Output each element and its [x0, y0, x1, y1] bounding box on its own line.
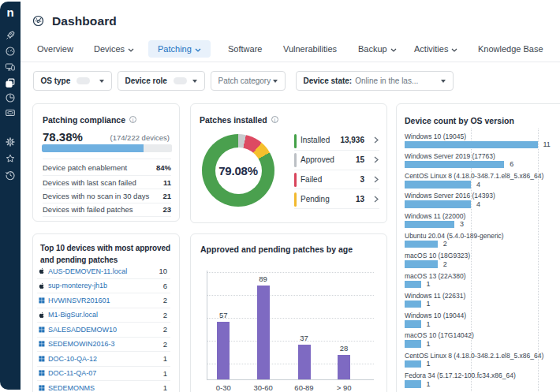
tab-overview[interactable]: Overview	[37, 40, 73, 58]
tab-vulnerabilities[interactable]: Vulnerabilities	[283, 40, 337, 58]
chevron-down-icon	[195, 40, 201, 58]
filter-patch-category[interactable]: Patch category	[211, 71, 286, 91]
os-bar[interactable]	[405, 241, 438, 248]
legend-row-pending[interactable]: Pending13	[294, 189, 379, 209]
patching-compliance-card: Patching compliancei 78.38% (174/222 dev…	[32, 103, 180, 222]
age-bar-value: 57	[207, 311, 239, 319]
os-bar-label: macOS 10 (17G14042)	[405, 331, 474, 339]
tab-patching[interactable]: Patching	[148, 40, 211, 58]
age-category-label: 30-60	[245, 383, 282, 392]
info-icon[interactable]: i	[271, 116, 278, 123]
device-name-link[interactable]: SEDEMOWIN2016-3	[48, 340, 115, 348]
legend-row-approved[interactable]: Approved15	[294, 151, 379, 170]
filter-os-type[interactable]: OS type	[33, 71, 112, 91]
device-name-link[interactable]: SEDEMONMS	[48, 384, 95, 392]
legend-row-failed[interactable]: Failed3	[294, 170, 379, 190]
legend-row-installed[interactable]: Installed13,936	[294, 131, 379, 151]
device-name-link[interactable]: SALESADDEMOW10	[48, 326, 117, 334]
tab-label: Software	[228, 44, 262, 54]
dashboard-icon[interactable]	[6, 47, 16, 57]
os-bar[interactable]	[405, 301, 421, 308]
os-bar-label: Windows Server 2016 (14393)	[405, 192, 495, 200]
os-bar[interactable]	[405, 260, 438, 268]
device-name-link[interactable]: AUS-DEMOVEN-11.local	[48, 267, 127, 275]
windows-icon	[39, 326, 45, 333]
reporting-icon[interactable]	[6, 93, 16, 103]
device-patch-count: 2	[163, 340, 167, 349]
windows-icon	[39, 384, 45, 391]
tab-label: Overview	[37, 44, 73, 54]
os-bar[interactable]	[405, 221, 454, 229]
device-patch-count: 10	[159, 267, 167, 275]
device-patch-count: 2	[163, 325, 167, 334]
chevron-down-icon	[99, 80, 104, 83]
info-icon[interactable]: i	[129, 116, 136, 123]
os-bar-row: CentOS Linux 8 (4.18.0-348.7.1.el8_5.x86…	[405, 172, 560, 192]
compliance-stat-row: Devices with last scan failed11	[43, 176, 171, 189]
tab-activities[interactable]: Activities	[414, 40, 457, 58]
stat-value: 23	[162, 205, 171, 214]
filter-placeholder: Patch category	[218, 77, 271, 85]
device-row: DOC-11-QA-071	[37, 367, 170, 382]
rocket-icon[interactable]	[6, 31, 16, 41]
os-bar[interactable]	[405, 141, 538, 149]
device-name-link[interactable]: DOC-11-QA-07	[48, 369, 96, 377]
history-icon[interactable]	[6, 170, 16, 181]
filter-label: Device role	[125, 77, 167, 85]
device-name-link[interactable]: DOC-10-QA-12	[48, 355, 97, 363]
age-bar[interactable]	[338, 355, 350, 379]
age-chart-plot: 570-308930-603760-8928> 90	[207, 271, 374, 380]
device-count-by-os-card: Device count by OS version Windows 10 (1…	[396, 103, 560, 392]
toggle-switch[interactable]	[77, 77, 90, 84]
os-bar-row: macOS 10 (17G14042)1	[405, 331, 560, 351]
tab-knowledge-base[interactable]: Knowledge Base	[478, 40, 543, 58]
os-bar[interactable]	[405, 161, 505, 169]
device-name-link[interactable]: HVWINSVR201601	[48, 297, 110, 304]
os-bar-value: 2	[443, 241, 447, 248]
tab-backup[interactable]: Backup	[358, 40, 397, 58]
os-bar[interactable]	[405, 320, 421, 328]
age-bar[interactable]	[257, 286, 270, 379]
legend-label: Failed	[301, 175, 322, 184]
brand-logo[interactable]: n	[0, 6, 21, 19]
os-bar[interactable]	[405, 340, 421, 348]
tab-label: Activities	[414, 44, 448, 54]
toggle-switch[interactable]	[174, 77, 187, 84]
tab-devices[interactable]: Devices	[94, 40, 134, 58]
stat-label: Devices with failed patches	[43, 205, 133, 214]
device-name-link[interactable]: M1-BigSur.local	[48, 311, 98, 319]
age-bar[interactable]	[217, 322, 230, 379]
settings-icon[interactable]	[6, 137, 16, 147]
compliance-devices-count: (174/222 devices)	[110, 133, 170, 142]
chevron-right-icon	[374, 196, 379, 203]
chevron-down-icon	[441, 80, 446, 83]
filter-device-role[interactable]: Device role	[118, 71, 205, 91]
remote-icon[interactable]	[6, 108, 16, 118]
chevron-down-icon	[451, 40, 457, 58]
os-bar-label: CentOS Linux 8 (4.18.0-348.2.1.el8_5.x86…	[405, 352, 543, 360]
os-bar[interactable]	[405, 380, 421, 388]
favorites-icon[interactable]	[6, 154, 16, 164]
os-bar-row: Fedora 34 (5.17.12-100.fc34.x86_64)1	[405, 371, 560, 391]
tab-software[interactable]: Software	[228, 40, 262, 58]
apple-icon	[39, 282, 45, 289]
os-bar[interactable]	[405, 181, 472, 189]
software-icon[interactable]	[6, 78, 16, 88]
os-bar[interactable]	[405, 360, 421, 368]
os-bar-value: 1	[427, 360, 431, 368]
os-bar-label: CentOS Linux 8 (4.18.0-348.7.1.el8_5.x86…	[405, 172, 543, 180]
devices-icon[interactable]	[6, 62, 16, 73]
device-name-link[interactable]: sup-monterey-jh1b	[48, 282, 107, 289]
age-bar[interactable]	[298, 345, 311, 379]
os-bar[interactable]	[405, 200, 472, 208]
device-row: SEDEMOWIN2016-32	[37, 338, 170, 353]
os-bar[interactable]	[405, 281, 421, 289]
compliance-progress-fill	[42, 144, 144, 152]
compliance-stat-row: Devices with failed patches23	[43, 203, 171, 217]
filter-label: OS type	[41, 77, 71, 85]
filter-device-state[interactable]: Device state:Online in the las...	[296, 71, 454, 91]
legend-color-bar	[294, 153, 297, 167]
device-row: SEDEMONMS1	[37, 381, 170, 392]
legend-value: 15	[356, 155, 364, 164]
os-bar-row: Windows 11 (22631)1	[405, 291, 560, 311]
